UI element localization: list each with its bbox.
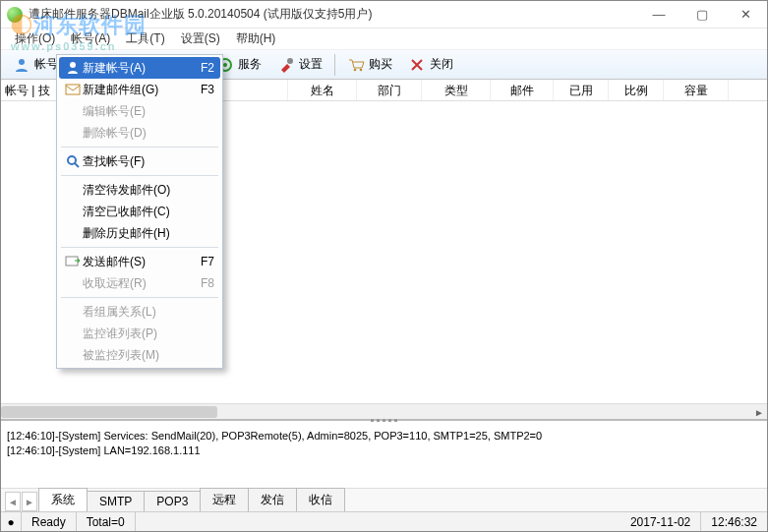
- menu-item-shortcut: F2: [187, 61, 214, 75]
- tab-pop3[interactable]: POP3: [144, 491, 201, 511]
- status-icon: ●: [1, 512, 22, 531]
- menu-fetch-remote: 收取远程(R) F8: [59, 272, 220, 294]
- menu-item-label: 监控谁列表(P): [83, 325, 187, 342]
- menu-clear-outbox[interactable]: 清空待发邮件(O): [59, 179, 220, 201]
- menu-new-mailgroup[interactable]: 新建邮件组(G) F3: [59, 79, 220, 100]
- menu-separator: [61, 297, 218, 298]
- horizontal-scrollbar[interactable]: ◄ ►: [1, 403, 767, 419]
- window-title: 遭床邮件服务器DBMail企业版 5.0.20140504 (试用版仅支持5用户…: [29, 6, 372, 23]
- menu-monitor-list: 监控谁列表(P): [59, 323, 220, 344]
- menu-clear-inbox[interactable]: 清空已收邮件(C): [59, 201, 220, 222]
- menu-item-label: 新建帐号(A): [83, 60, 187, 77]
- menu-item-shortcut: F8: [187, 276, 214, 290]
- menu-settings[interactable]: 设置(S): [173, 29, 228, 49]
- scroll-thumb[interactable]: [1, 406, 217, 418]
- cart-icon: [347, 56, 365, 74]
- menu-item-shortcut: F7: [187, 255, 214, 268]
- svg-point-0: [19, 59, 25, 65]
- tab-remote[interactable]: 远程: [200, 488, 249, 511]
- menu-item-label: 被监控列表(M): [83, 347, 187, 364]
- toolbar-close[interactable]: 关闭: [400, 54, 461, 76]
- menu-group-relation: 看组属关系(L): [59, 301, 220, 323]
- wrench-icon: [277, 56, 295, 74]
- column-used[interactable]: 已用: [554, 80, 609, 100]
- splitter-handle[interactable]: [365, 419, 404, 425]
- menu-item-label: 删除帐号(D): [83, 125, 187, 142]
- log-line: [12:46:10]-[System] Services: SendMail(2…: [7, 429, 761, 443]
- menu-find-account[interactable]: 查找帐号(F): [59, 150, 220, 172]
- menu-separator: [61, 175, 218, 176]
- svg-point-7: [360, 68, 363, 71]
- svg-point-5: [287, 58, 293, 64]
- status-total: Total=0: [77, 512, 136, 531]
- menu-item-label: 清空待发邮件(O): [83, 182, 187, 199]
- search-icon: [63, 154, 83, 168]
- menu-new-account[interactable]: 新建帐号(A) F2: [59, 57, 220, 79]
- menu-item-label: 删除历史邮件(H): [83, 225, 187, 242]
- menu-item-label: 清空已收邮件(C): [83, 204, 187, 220]
- column-mail[interactable]: 邮件: [491, 80, 554, 100]
- minimize-button[interactable]: —: [637, 1, 680, 28]
- menu-item-label: 查找帐号(F): [83, 153, 187, 170]
- menu-delete-account: 删除帐号(D): [59, 122, 220, 144]
- scroll-right-icon[interactable]: ►: [751, 404, 767, 420]
- menu-account[interactable]: 帐号(A): [63, 29, 118, 49]
- status-date: 2017-11-02: [620, 512, 701, 531]
- menu-item-label: 收取远程(R): [83, 275, 187, 292]
- tab-scroll-left-icon[interactable]: ◄: [5, 492, 21, 511]
- menu-tools[interactable]: 工具(T): [118, 29, 172, 49]
- status-bar: ● Ready Total=0 2017-11-02 12:46:32: [1, 511, 767, 531]
- toolbar-separator: [334, 54, 335, 76]
- tab-scroll-right-icon[interactable]: ►: [22, 492, 37, 511]
- menu-item-label: 发送邮件(S): [83, 254, 187, 270]
- column-type[interactable]: 类型: [422, 80, 491, 100]
- svg-point-4: [223, 63, 227, 67]
- toolbar-settings[interactable]: 设置: [269, 54, 330, 76]
- menu-bar: 操作(O) 帐号(A) 工具(T) 设置(S) 帮助(H): [1, 29, 767, 50]
- toolbar-buy[interactable]: 购买: [339, 54, 400, 76]
- toolbar-label: 服务: [238, 56, 262, 73]
- left-pane-header[interactable]: 帐号 | 技: [1, 80, 60, 101]
- tab-send[interactable]: 发信: [248, 488, 297, 511]
- close-icon: [408, 56, 426, 74]
- menu-item-label: 新建邮件组(G): [83, 82, 187, 98]
- log-panel[interactable]: [12:46:10]-[System] Services: SendMail(2…: [1, 425, 767, 488]
- column-dept[interactable]: 部门: [357, 80, 422, 100]
- menu-monitored-list: 被监控列表(M): [59, 344, 220, 366]
- svg-rect-9: [66, 85, 80, 94]
- window-close-button[interactable]: ✕: [724, 1, 767, 28]
- status-time: 12:46:32: [701, 512, 767, 531]
- tab-smtp[interactable]: SMTP: [87, 491, 145, 511]
- menu-send-mail[interactable]: 发送邮件(S) F7: [59, 251, 220, 272]
- status-ready: Ready: [22, 512, 77, 531]
- svg-point-10: [68, 156, 76, 164]
- menu-item-label: 看组属关系(L): [83, 304, 187, 321]
- app-icon: [7, 7, 23, 23]
- toolbar-label: 购买: [369, 56, 392, 73]
- log-line: [12:46:10]-[System] LAN=192.168.1.111: [7, 443, 761, 458]
- toolbar-label: 关闭: [430, 56, 453, 73]
- maximize-button[interactable]: ▢: [680, 1, 724, 28]
- mail-icon: [63, 256, 83, 267]
- bottom-tab-bar: ◄ ► 系统 SMTP POP3 远程 发信 收信: [1, 488, 767, 511]
- menu-separator: [61, 247, 218, 248]
- svg-point-8: [70, 62, 76, 68]
- column-name[interactable]: 姓名: [288, 80, 357, 100]
- toolbar-label: 帐号: [34, 56, 58, 73]
- menu-item-label: 编辑帐号(E): [83, 103, 187, 120]
- toolbar-label: 设置: [299, 56, 323, 73]
- column-capacity[interactable]: 容量: [664, 80, 729, 100]
- account-dropdown-menu: 新建帐号(A) F2 新建邮件组(G) F3 编辑帐号(E) 删除帐号(D) 查…: [56, 54, 223, 369]
- user-icon: [63, 61, 83, 75]
- title-bar: 遭床邮件服务器DBMail企业版 5.0.20140504 (试用版仅支持5用户…: [1, 1, 767, 29]
- user-icon: [13, 56, 30, 74]
- group-icon: [63, 84, 83, 95]
- menu-help[interactable]: 帮助(H): [228, 29, 284, 49]
- column-ratio[interactable]: 比例: [609, 80, 664, 100]
- menu-item-shortcut: F3: [187, 83, 214, 96]
- menu-edit-account: 编辑帐号(E): [59, 100, 220, 122]
- tab-recv[interactable]: 收信: [296, 488, 345, 511]
- menu-delete-history[interactable]: 删除历史邮件(H): [59, 222, 220, 244]
- tab-system[interactable]: 系统: [38, 488, 88, 511]
- menu-operate[interactable]: 操作(O): [7, 29, 63, 49]
